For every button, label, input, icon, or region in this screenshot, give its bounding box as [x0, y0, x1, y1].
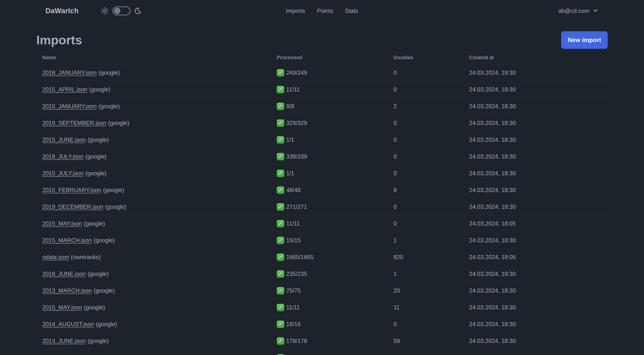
check-icon	[277, 86, 284, 93]
new-import-button[interactable]: New import	[561, 31, 608, 49]
table-header: Name Processed Doubles Created at	[36, 51, 608, 64]
processed-cell: 11/11	[277, 220, 394, 227]
doubles-count: 1	[394, 271, 469, 277]
processed-count: 18/18	[286, 321, 301, 328]
import-source: (google)	[96, 321, 117, 328]
processed-cell: 15/15	[277, 237, 394, 244]
account-email: ab@cd.com	[558, 8, 589, 14]
processed-cell: 249/249	[277, 69, 394, 76]
import-name-cell: 2019_SEPTEMBER.json(google)	[42, 120, 277, 126]
import-name-cell: 2018_JUNE.json(google)	[42, 271, 277, 277]
processed-count: 11/11	[286, 304, 300, 311]
created-at: 24.03.2024, 18:30	[469, 103, 608, 110]
created-at: 24.03.2024, 18:30	[469, 153, 608, 160]
doubles-count: 0	[394, 321, 469, 328]
processed-count: 8/8	[286, 103, 294, 110]
import-file-link[interactable]: odata.json	[42, 254, 69, 260]
col-header-processed: Processed	[277, 55, 394, 60]
processed-count: 329/329	[286, 120, 307, 126]
import-file-link[interactable]: 2015_FEBRUARY.json	[42, 187, 101, 193]
import-source: (owntracks)	[71, 254, 100, 260]
import-name-cell: 2015_MARCH.json(google)	[42, 237, 277, 244]
theme-switch[interactable]	[112, 6, 130, 15]
import-file-link[interactable]: 2013_MARCH.json	[42, 287, 92, 294]
import-file-link[interactable]: 2015_APRIL.json	[42, 86, 87, 93]
processed-count: 235/235	[286, 271, 307, 277]
doubles-count: 820	[394, 254, 469, 261]
created-at: 24.03.2024, 18:30	[469, 204, 608, 210]
import-file-link[interactable]: 2015_MAY.json	[42, 304, 82, 311]
import-name-cell: 2015_APRIL.json(google)	[42, 86, 277, 93]
nav-link-points[interactable]: Points	[317, 8, 333, 14]
table-row: 2015_MAY.json(google) 11/11 0 24.03.2024…	[36, 215, 608, 232]
import-file-link[interactable]: 2019_DECEMBER.json	[42, 204, 103, 210]
chevron-down-icon	[592, 8, 598, 14]
created-at: 24.03.2024, 18:30	[469, 338, 608, 345]
check-icon	[277, 69, 284, 76]
main-nav: Imports Points Stats	[286, 0, 358, 22]
processed-count: 249/249	[286, 69, 307, 76]
table-row: 2013_JUNE.json(google) 178/178 59 24.03.…	[36, 333, 608, 350]
nav-link-imports[interactable]: Imports	[286, 8, 305, 14]
import-name-cell: 2018_JANUARY.json(google)	[42, 69, 277, 76]
check-icon	[277, 136, 284, 144]
table-row: 2013_MARCH.json(google) 75/75 20 24.03.2…	[36, 282, 608, 299]
import-name-cell: 2013_MARCH.json(google)	[42, 287, 277, 294]
check-icon	[277, 321, 284, 328]
account-menu[interactable]: ab@cd.com	[558, 8, 598, 14]
import-name-cell: 2015_MAY.json(google)	[42, 220, 277, 227]
check-icon	[277, 270, 284, 278]
import-source: (google)	[103, 187, 124, 193]
import-file-link[interactable]: 2015_JANUARY.json	[42, 103, 97, 109]
import-file-link[interactable]: 2019_SEPTEMBER.json	[42, 120, 106, 126]
import-source: (google)	[88, 271, 109, 277]
check-icon	[277, 203, 284, 211]
import-file-link[interactable]: 2015_MAY.json	[42, 220, 82, 227]
import-source: (google)	[89, 86, 110, 93]
doubles-count: 20	[394, 287, 469, 294]
processed-cell: 18/18	[277, 321, 394, 328]
import-source: (google)	[85, 170, 106, 177]
import-source: (google)	[88, 136, 109, 143]
import-file-link[interactable]: 2013_JUNE.json	[42, 338, 86, 344]
import-file-link[interactable]: 2018_JUNE.json	[42, 271, 86, 277]
created-at: 24.03.2024, 18:30	[469, 69, 608, 76]
doubles-count: 0	[394, 204, 469, 210]
import-file-link[interactable]: 2014_AUGUST.json	[42, 321, 94, 328]
import-source: (google)	[94, 287, 115, 294]
import-file-link[interactable]: 2018_JULY.json	[42, 153, 84, 160]
import-name-cell: 2013_JUNE.json(google)	[42, 338, 277, 345]
created-at: 24.03.2024, 18:30	[469, 86, 608, 93]
nav-link-stats[interactable]: Stats	[345, 8, 358, 14]
app-logo[interactable]: DaWarIch	[46, 7, 79, 15]
import-file-link[interactable]: 2015_MARCH.json	[42, 237, 92, 244]
processed-count: 75/75	[286, 287, 301, 294]
doubles-count: 0	[394, 120, 469, 126]
import-name-cell: 2015_JULY.json(google)	[42, 170, 277, 177]
check-icon	[277, 287, 284, 295]
import-source: (google)	[98, 69, 120, 76]
check-icon	[277, 354, 284, 355]
import-file-link[interactable]: 2018_JANUARY.json	[42, 69, 97, 76]
import-source: (google)	[85, 153, 106, 160]
processed-cell: 235/235	[277, 270, 394, 278]
import-source: (google)	[98, 103, 120, 109]
table-row: 2015_MARCH.json(google) 15/15 1 24.03.20…	[36, 232, 608, 249]
processed-count: 48/48	[286, 187, 301, 194]
import-name-cell: 2015_MAY.json(google)	[42, 304, 277, 311]
created-at: 24.03.2024, 18:30	[469, 271, 608, 277]
doubles-count: 1	[394, 237, 469, 244]
theme-switch-knob	[114, 8, 120, 14]
navbar: DaWarIch	[0, 0, 644, 22]
import-source: (google)	[84, 304, 105, 311]
processed-count: 11/11	[286, 220, 300, 227]
processed-cell: 1/1	[277, 170, 394, 177]
import-file-link[interactable]: 2015_JUNE.json	[42, 136, 86, 143]
processed-count: 1665/1665	[286, 254, 314, 261]
doubles-count: 0	[394, 136, 469, 143]
processed-cell	[277, 354, 394, 355]
import-file-link[interactable]: 2015_JULY.json	[42, 170, 84, 177]
created-at: 24.03.2024, 18:30	[469, 136, 608, 143]
check-icon	[277, 337, 284, 345]
table-row: odata.json(owntracks) 1665/1665 820 24.0…	[36, 249, 608, 266]
